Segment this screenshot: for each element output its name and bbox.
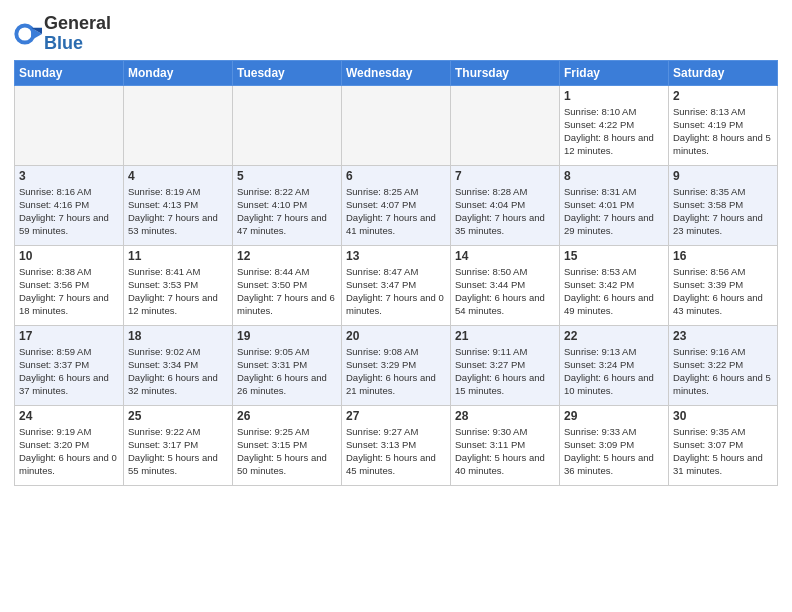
- calendar-cell: 18Sunrise: 9:02 AM Sunset: 3:34 PM Dayli…: [124, 325, 233, 405]
- day-number: 6: [346, 169, 446, 183]
- svg-point-0: [16, 25, 33, 42]
- day-info: Sunrise: 8:28 AM Sunset: 4:04 PM Dayligh…: [455, 185, 555, 238]
- logo-blue: Blue: [44, 34, 111, 54]
- day-info: Sunrise: 9:30 AM Sunset: 3:11 PM Dayligh…: [455, 425, 555, 478]
- calendar-cell: 17Sunrise: 8:59 AM Sunset: 3:37 PM Dayli…: [15, 325, 124, 405]
- calendar-cell: 29Sunrise: 9:33 AM Sunset: 3:09 PM Dayli…: [560, 405, 669, 485]
- calendar-cell: 10Sunrise: 8:38 AM Sunset: 3:56 PM Dayli…: [15, 245, 124, 325]
- calendar-cell: 1Sunrise: 8:10 AM Sunset: 4:22 PM Daylig…: [560, 85, 669, 165]
- day-info: Sunrise: 8:38 AM Sunset: 3:56 PM Dayligh…: [19, 265, 119, 318]
- calendar-cell: 20Sunrise: 9:08 AM Sunset: 3:29 PM Dayli…: [342, 325, 451, 405]
- day-info: Sunrise: 8:31 AM Sunset: 4:01 PM Dayligh…: [564, 185, 664, 238]
- day-info: Sunrise: 8:22 AM Sunset: 4:10 PM Dayligh…: [237, 185, 337, 238]
- calendar-cell: 28Sunrise: 9:30 AM Sunset: 3:11 PM Dayli…: [451, 405, 560, 485]
- calendar-header-saturday: Saturday: [669, 60, 778, 85]
- calendar-cell: 16Sunrise: 8:56 AM Sunset: 3:39 PM Dayli…: [669, 245, 778, 325]
- day-info: Sunrise: 9:19 AM Sunset: 3:20 PM Dayligh…: [19, 425, 119, 478]
- day-number: 13: [346, 249, 446, 263]
- day-info: Sunrise: 8:53 AM Sunset: 3:42 PM Dayligh…: [564, 265, 664, 318]
- day-info: Sunrise: 8:13 AM Sunset: 4:19 PM Dayligh…: [673, 105, 773, 158]
- day-info: Sunrise: 8:41 AM Sunset: 3:53 PM Dayligh…: [128, 265, 228, 318]
- calendar-header-monday: Monday: [124, 60, 233, 85]
- calendar-cell: 12Sunrise: 8:44 AM Sunset: 3:50 PM Dayli…: [233, 245, 342, 325]
- day-number: 5: [237, 169, 337, 183]
- day-info: Sunrise: 8:50 AM Sunset: 3:44 PM Dayligh…: [455, 265, 555, 318]
- day-number: 22: [564, 329, 664, 343]
- calendar-cell: 15Sunrise: 8:53 AM Sunset: 3:42 PM Dayli…: [560, 245, 669, 325]
- calendar-cell: 4Sunrise: 8:19 AM Sunset: 4:13 PM Daylig…: [124, 165, 233, 245]
- day-info: Sunrise: 8:47 AM Sunset: 3:47 PM Dayligh…: [346, 265, 446, 318]
- day-info: Sunrise: 9:33 AM Sunset: 3:09 PM Dayligh…: [564, 425, 664, 478]
- calendar-cell: 19Sunrise: 9:05 AM Sunset: 3:31 PM Dayli…: [233, 325, 342, 405]
- day-number: 12: [237, 249, 337, 263]
- day-info: Sunrise: 9:16 AM Sunset: 3:22 PM Dayligh…: [673, 345, 773, 398]
- calendar-header-thursday: Thursday: [451, 60, 560, 85]
- day-info: Sunrise: 9:35 AM Sunset: 3:07 PM Dayligh…: [673, 425, 773, 478]
- calendar-header-friday: Friday: [560, 60, 669, 85]
- logo-general: General: [44, 14, 111, 34]
- day-number: 4: [128, 169, 228, 183]
- day-info: Sunrise: 9:02 AM Sunset: 3:34 PM Dayligh…: [128, 345, 228, 398]
- day-number: 15: [564, 249, 664, 263]
- day-number: 17: [19, 329, 119, 343]
- calendar-cell: 5Sunrise: 8:22 AM Sunset: 4:10 PM Daylig…: [233, 165, 342, 245]
- day-info: Sunrise: 8:56 AM Sunset: 3:39 PM Dayligh…: [673, 265, 773, 318]
- day-number: 29: [564, 409, 664, 423]
- day-info: Sunrise: 9:22 AM Sunset: 3:17 PM Dayligh…: [128, 425, 228, 478]
- day-info: Sunrise: 8:44 AM Sunset: 3:50 PM Dayligh…: [237, 265, 337, 318]
- day-number: 23: [673, 329, 773, 343]
- day-info: Sunrise: 8:25 AM Sunset: 4:07 PM Dayligh…: [346, 185, 446, 238]
- calendar-cell: 11Sunrise: 8:41 AM Sunset: 3:53 PM Dayli…: [124, 245, 233, 325]
- day-info: Sunrise: 8:59 AM Sunset: 3:37 PM Dayligh…: [19, 345, 119, 398]
- calendar-cell: 7Sunrise: 8:28 AM Sunset: 4:04 PM Daylig…: [451, 165, 560, 245]
- day-info: Sunrise: 9:05 AM Sunset: 3:31 PM Dayligh…: [237, 345, 337, 398]
- day-info: Sunrise: 9:25 AM Sunset: 3:15 PM Dayligh…: [237, 425, 337, 478]
- day-number: 16: [673, 249, 773, 263]
- calendar-cell: 25Sunrise: 9:22 AM Sunset: 3:17 PM Dayli…: [124, 405, 233, 485]
- day-number: 8: [564, 169, 664, 183]
- calendar-cell: 2Sunrise: 8:13 AM Sunset: 4:19 PM Daylig…: [669, 85, 778, 165]
- calendar-cell: [451, 85, 560, 165]
- day-number: 25: [128, 409, 228, 423]
- calendar-cell: 8Sunrise: 8:31 AM Sunset: 4:01 PM Daylig…: [560, 165, 669, 245]
- day-info: Sunrise: 8:16 AM Sunset: 4:16 PM Dayligh…: [19, 185, 119, 238]
- day-info: Sunrise: 8:10 AM Sunset: 4:22 PM Dayligh…: [564, 105, 664, 158]
- day-number: 3: [19, 169, 119, 183]
- day-number: 1: [564, 89, 664, 103]
- day-number: 21: [455, 329, 555, 343]
- calendar-cell: 6Sunrise: 8:25 AM Sunset: 4:07 PM Daylig…: [342, 165, 451, 245]
- day-number: 26: [237, 409, 337, 423]
- day-number: 28: [455, 409, 555, 423]
- calendar-header-tuesday: Tuesday: [233, 60, 342, 85]
- calendar-cell: 14Sunrise: 8:50 AM Sunset: 3:44 PM Dayli…: [451, 245, 560, 325]
- day-info: Sunrise: 9:11 AM Sunset: 3:27 PM Dayligh…: [455, 345, 555, 398]
- day-number: 9: [673, 169, 773, 183]
- calendar-cell: 9Sunrise: 8:35 AM Sunset: 3:58 PM Daylig…: [669, 165, 778, 245]
- day-number: 11: [128, 249, 228, 263]
- calendar-cell: [124, 85, 233, 165]
- day-number: 20: [346, 329, 446, 343]
- calendar-cell: 30Sunrise: 9:35 AM Sunset: 3:07 PM Dayli…: [669, 405, 778, 485]
- day-number: 24: [19, 409, 119, 423]
- calendar-cell: 3Sunrise: 8:16 AM Sunset: 4:16 PM Daylig…: [15, 165, 124, 245]
- calendar: SundayMondayTuesdayWednesdayThursdayFrid…: [14, 60, 778, 486]
- calendar-header-wednesday: Wednesday: [342, 60, 451, 85]
- day-number: 27: [346, 409, 446, 423]
- day-number: 2: [673, 89, 773, 103]
- calendar-cell: 23Sunrise: 9:16 AM Sunset: 3:22 PM Dayli…: [669, 325, 778, 405]
- day-number: 30: [673, 409, 773, 423]
- day-info: Sunrise: 8:19 AM Sunset: 4:13 PM Dayligh…: [128, 185, 228, 238]
- day-number: 18: [128, 329, 228, 343]
- day-number: 10: [19, 249, 119, 263]
- day-info: Sunrise: 8:35 AM Sunset: 3:58 PM Dayligh…: [673, 185, 773, 238]
- calendar-cell: 21Sunrise: 9:11 AM Sunset: 3:27 PM Dayli…: [451, 325, 560, 405]
- calendar-cell: 13Sunrise: 8:47 AM Sunset: 3:47 PM Dayli…: [342, 245, 451, 325]
- day-number: 14: [455, 249, 555, 263]
- calendar-cell: 27Sunrise: 9:27 AM Sunset: 3:13 PM Dayli…: [342, 405, 451, 485]
- calendar-cell: [233, 85, 342, 165]
- calendar-cell: 22Sunrise: 9:13 AM Sunset: 3:24 PM Dayli…: [560, 325, 669, 405]
- logo: General Blue: [14, 14, 111, 54]
- calendar-header-sunday: Sunday: [15, 60, 124, 85]
- day-info: Sunrise: 9:08 AM Sunset: 3:29 PM Dayligh…: [346, 345, 446, 398]
- calendar-cell: 24Sunrise: 9:19 AM Sunset: 3:20 PM Dayli…: [15, 405, 124, 485]
